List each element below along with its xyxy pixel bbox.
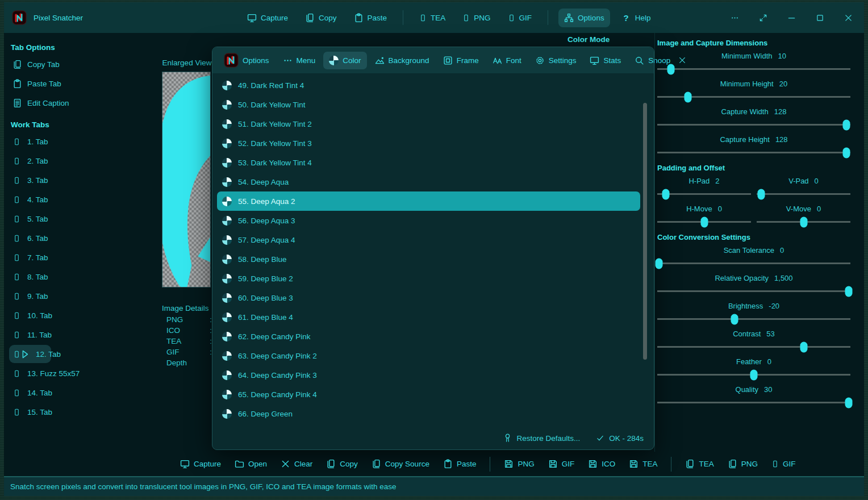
dialog-tab-settings[interactable]: Settings [529, 52, 582, 69]
slider-thumb[interactable] [843, 119, 850, 130]
clear-button[interactable]: Clear [276, 456, 317, 472]
slider-thumb[interactable] [656, 258, 663, 269]
copy-button[interactable]: Copy [299, 9, 343, 27]
slider-track[interactable] [657, 290, 850, 292]
work-tab-15[interactable]: 15. Tab [4, 402, 161, 422]
scrollbar-thumb[interactable] [643, 103, 647, 360]
slider-thumb[interactable] [731, 314, 738, 324]
save-ico-button[interactable]: ICO [583, 456, 620, 472]
color-item-selected[interactable]: 55. Deep Aqua 2 [217, 191, 640, 211]
color-item[interactable]: 58. Deep Blue [217, 249, 640, 269]
work-tab-13[interactable]: 13. Fuzz 55x57 [4, 364, 161, 383]
work-tab-11[interactable]: 11. Tab [4, 325, 161, 344]
slider-track[interactable] [757, 193, 850, 195]
color-item[interactable]: 59. Deep Blue 2 [217, 269, 640, 288]
gif-button[interactable]: GIF [502, 9, 538, 27]
work-tab-8[interactable]: 8. Tab [4, 267, 161, 286]
work-tab-9[interactable]: 9. Tab [4, 286, 161, 306]
slider-thumb[interactable] [800, 341, 808, 352]
slider-track[interactable] [657, 262, 850, 264]
open-button[interactable]: Open [230, 456, 272, 472]
copy-gif-button[interactable]: GIF [767, 456, 800, 472]
slider-track[interactable] [657, 318, 850, 320]
color-item[interactable]: 56. Deep Aqua 3 [217, 211, 640, 230]
work-tab-12-selected[interactable]: 12. Tab [4, 344, 161, 364]
color-item[interactable]: 57. Deep Aqua 4 [217, 230, 640, 249]
more-button[interactable] [727, 10, 742, 26]
work-tab-14[interactable]: 14. Tab [4, 383, 161, 402]
dialog-tab-menu[interactable]: Menu [277, 52, 322, 69]
ok-button[interactable]: OK - 284s [596, 434, 644, 443]
slider-thumb[interactable] [750, 369, 758, 380]
slider-track[interactable] [657, 193, 751, 195]
copy-tab-button[interactable]: Copy Tab [4, 55, 161, 74]
save-tea-button[interactable]: TEA [624, 456, 662, 472]
slider-track[interactable] [657, 221, 751, 223]
slider-track[interactable] [657, 374, 850, 376]
color-item[interactable]: 51. Dark Yellow Tint 2 [217, 114, 640, 134]
color-item[interactable]: 62. Deep Candy Pink [217, 327, 640, 346]
color-item[interactable]: 54. Deep Aqua [217, 172, 640, 191]
dialog-tab-font[interactable]: Font [487, 52, 527, 69]
work-tab-10[interactable]: 10. Tab [4, 306, 161, 325]
color-item[interactable]: 52. Dark Yellow Tint 3 [217, 134, 640, 153]
color-item[interactable]: 66. Deep Green [217, 404, 640, 423]
tea-button[interactable]: TEA [414, 9, 451, 27]
options-button[interactable]: Options [558, 9, 610, 27]
slider-track[interactable] [657, 96, 850, 98]
paste-button[interactable]: Paste [348, 9, 393, 27]
png-button[interactable]: PNG [457, 9, 496, 27]
slider-thumb[interactable] [667, 64, 674, 74]
work-tab-1[interactable]: 1. Tab [4, 132, 161, 151]
slider-thumb[interactable] [685, 91, 692, 102]
work-tab-2[interactable]: 2. Tab [4, 151, 161, 170]
slider-thumb[interactable] [843, 147, 850, 158]
color-item[interactable]: 65. Deep Candy Pink 4 [217, 385, 640, 404]
dialog-tab-background[interactable]: Background [369, 52, 435, 69]
color-item[interactable]: 49. Dark Red Tint 4 [217, 76, 640, 95]
slider-thumb[interactable] [845, 286, 852, 297]
copy-tea-button[interactable]: TEA [681, 456, 718, 472]
slider-thumb[interactable] [662, 189, 669, 199]
slider-track[interactable] [657, 68, 850, 70]
copy-button-bottom[interactable]: Copy [322, 456, 362, 472]
slider-track[interactable] [657, 402, 850, 403]
slider-track[interactable] [657, 346, 850, 348]
work-tab-3[interactable]: 3. Tab [4, 170, 161, 190]
dialog-tab-frame[interactable]: Frame [437, 52, 485, 69]
dialog-tab-stats[interactable]: Stats [584, 52, 627, 69]
save-gif-button[interactable]: GIF [544, 456, 579, 472]
copy-png-button[interactable]: PNG [723, 456, 762, 472]
restore-defaults-button[interactable]: Restore Defaults... [503, 434, 580, 443]
save-png-button[interactable]: PNG [499, 456, 539, 472]
capture-button[interactable]: Capture [241, 9, 294, 27]
color-item[interactable]: 50. Dark Yellow Tint [217, 95, 640, 114]
slider-thumb[interactable] [845, 397, 852, 408]
color-item[interactable]: 60. Deep Blue 3 [217, 288, 640, 307]
work-tab-7[interactable]: 7. Tab [4, 248, 161, 267]
help-button[interactable]: ?Help [616, 9, 657, 27]
work-tab-6[interactable]: 6. Tab [4, 228, 161, 248]
slider-track[interactable] [657, 152, 850, 153]
expand-button[interactable] [755, 10, 771, 26]
close-button[interactable] [840, 10, 856, 26]
slider-thumb[interactable] [758, 189, 765, 199]
slider-track[interactable] [657, 124, 850, 126]
work-tab-4[interactable]: 4. Tab [4, 190, 161, 209]
minimize-button[interactable] [783, 10, 799, 26]
dialog-tab-color[interactable]: Color [323, 52, 366, 69]
paste-button-bottom[interactable]: Paste [439, 456, 481, 472]
color-item[interactable]: 64. Deep Candy Pink 3 [217, 365, 640, 385]
dialog-tab-options[interactable]: Options [218, 49, 275, 72]
capture-button-bottom[interactable]: Capture [176, 456, 226, 472]
edit-caption-button[interactable]: Edit Caption [4, 93, 161, 113]
color-item[interactable]: 53. Dark Yellow Tint 4 [217, 153, 640, 172]
copy-source-button[interactable]: Copy Source [367, 456, 434, 472]
maximize-button[interactable] [812, 10, 828, 26]
work-tab-5[interactable]: 5. Tab [4, 209, 161, 228]
slider-thumb[interactable] [700, 216, 708, 227]
slider-thumb[interactable] [800, 216, 807, 227]
color-item[interactable]: 63. Deep Candy Pink 2 [217, 346, 640, 365]
paste-tab-button[interactable]: Paste Tab [4, 74, 161, 93]
slider-track[interactable] [757, 221, 850, 223]
